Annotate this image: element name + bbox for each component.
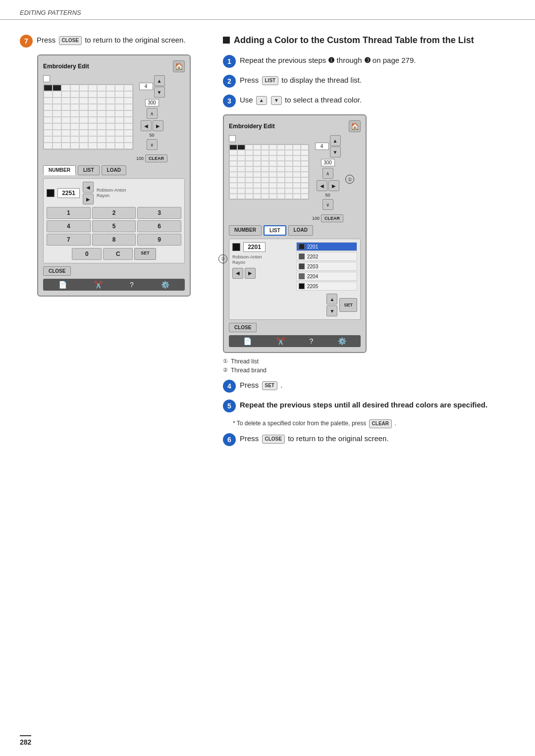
thread-item-2204[interactable]: 2204 — [296, 272, 357, 281]
screen1-close-btn[interactable]: CLOSE — [43, 266, 71, 276]
screen2-list-panel: 2201 2202 2203 — [296, 242, 357, 316]
screen2-right-controls: 4 ▲ ▼ 300 ∧ ◀ ▶ 50 ∨ — [312, 135, 343, 222]
swatch-2203 — [299, 263, 305, 269]
screen2-checkbox[interactable] — [229, 135, 236, 142]
screen1-color-row: 2251 ◀ ▶ Robison-AntonRayon — [47, 182, 181, 204]
numpad-c[interactable]: C — [103, 248, 133, 260]
numpad-4[interactable]: 4 — [47, 220, 91, 232]
step-6-row: 6 Press CLOSE to return to the original … — [223, 433, 515, 446]
numpad-3[interactable]: 3 — [137, 207, 181, 219]
thread-item-2202[interactable]: 2202 — [296, 252, 357, 261]
page-number: 282 — [20, 735, 31, 746]
screen2-tab-number[interactable]: NUMBER — [229, 225, 262, 236]
screen2-val-4: 4 — [315, 143, 329, 150]
callout-area: ① Thread list ② Thread brand — [223, 358, 515, 374]
numpad-7[interactable]: 7 — [47, 234, 91, 246]
screen2-icon-settings[interactable]: ⚙️ — [338, 337, 346, 345]
close-btn-step6[interactable]: CLOSE — [262, 435, 285, 444]
set-btn-step4[interactable]: SET — [262, 381, 277, 390]
screen1-set-btn[interactable]: SET — [134, 248, 156, 260]
tab-load[interactable]: LOAD — [102, 165, 126, 175]
down-btn-step3[interactable]: ▼ — [271, 96, 282, 105]
screen2-tab-list[interactable]: LIST — [264, 225, 286, 236]
screen2-list-entry: 2201 Robison-AntonRayon ② ◀ ▶ — [229, 239, 361, 320]
numpad-6[interactable]: 6 — [137, 220, 181, 232]
heading-square — [223, 37, 230, 44]
step-7-circle: 7 — [20, 35, 33, 48]
swatch-2205 — [299, 283, 305, 289]
screen2-home-btn[interactable]: 🏠 — [349, 120, 361, 132]
thread-num-2202: 2202 — [307, 254, 318, 259]
clear-btn-step5[interactable]: CLEAR — [369, 419, 392, 428]
screen1-val-50: 50 — [150, 133, 155, 138]
section-heading: Adding a Color to the Custom Thread Tabl… — [223, 35, 515, 46]
screen1-down2[interactable]: ∨ — [147, 139, 158, 150]
screen2-right-btn[interactable]: ▶ — [328, 180, 339, 191]
screen2-up-btn[interactable]: ▲ — [330, 135, 341, 146]
thread-num-2203: 2203 — [307, 264, 318, 269]
screen1-down-btn[interactable]: ▼ — [154, 87, 165, 98]
screen1-color-down[interactable]: ▶ — [83, 194, 94, 204]
numpad-1[interactable]: 1 — [47, 207, 91, 219]
numpad-9[interactable]: 9 — [137, 234, 181, 246]
step-7-row: 7 Press CLOSE to return to the original … — [20, 35, 208, 48]
close-button-inline-step7[interactable]: CLOSE — [59, 36, 82, 45]
step-7-press: Press — [37, 36, 55, 44]
screen2-up2[interactable]: ∧ — [322, 168, 333, 179]
screen2-color-swatch — [232, 243, 240, 251]
tab-list[interactable]: LIST — [78, 165, 100, 175]
screen1-clear-btn[interactable]: CLEAR — [145, 154, 167, 162]
screen1-up2[interactable]: ∧ — [147, 108, 158, 119]
annotation-circle-2: ② — [218, 254, 227, 263]
screen2-set-btn[interactable]: SET — [339, 298, 357, 312]
screen1-checkbox[interactable] — [43, 75, 50, 82]
screen2-container: Embroidery Edit 🏠 — [223, 114, 515, 353]
list-down-btn[interactable]: ▼ — [326, 305, 337, 316]
step-5-circle: 5 — [223, 400, 236, 412]
screen2-color-next[interactable]: ▶ — [245, 268, 256, 279]
screen2-icon-doc[interactable]: 📄 — [243, 337, 252, 345]
screen2-val-300: 300 — [321, 159, 335, 166]
tab-number[interactable]: NUMBER — [43, 165, 76, 175]
screen2-color-name: Robison-AntonRayon ② — [232, 254, 293, 265]
screen2-clear-btn[interactable]: CLEAR — [321, 214, 343, 222]
thread-item-2203[interactable]: 2203 — [296, 262, 357, 271]
screen2-icon-sew[interactable]: ✂️ — [276, 337, 285, 345]
screen2-left-btn[interactable]: ◀ — [317, 180, 327, 191]
embroidery-screen-2: Embroidery Edit 🏠 — [223, 114, 367, 353]
numpad-5[interactable]: 5 — [92, 220, 136, 232]
thread-item-2205[interactable]: 2205 — [296, 282, 357, 291]
screen2-color-prev[interactable]: ◀ — [232, 268, 243, 279]
thread-item-2201[interactable]: 2201 — [296, 242, 357, 251]
screen2-val-50: 50 — [325, 193, 330, 198]
screen1-right-btn[interactable]: ▶ — [153, 120, 163, 131]
screen2-bottom-bar: 📄 ✂️ ? ⚙️ — [229, 335, 361, 347]
numpad-0[interactable]: 0 — [72, 248, 102, 260]
screen2-down-btn[interactable]: ▼ — [330, 147, 341, 157]
numpad-8[interactable]: 8 — [92, 234, 136, 246]
screen1-left-btn[interactable]: ◀ — [141, 120, 152, 131]
list-btn-step2[interactable]: LIST — [262, 76, 279, 85]
screen2-down2[interactable]: ∨ — [322, 199, 333, 210]
screen2-icon-help[interactable]: ? — [309, 337, 313, 345]
list-up-btn[interactable]: ▲ — [326, 294, 337, 304]
screen1-home-btn[interactable]: 🏠 — [173, 60, 185, 72]
screen2-tab-load[interactable]: LOAD — [288, 225, 313, 236]
screen2-grid-area: 4 ▲ ▼ 300 ∧ ◀ ▶ 50 ∨ — [229, 135, 361, 222]
screen1-color-up[interactable]: ◀ — [83, 182, 94, 193]
step-5-row: 5 Repeat the previous steps until all de… — [223, 400, 515, 412]
screen1-title-bar: Embroidery Edit 🏠 — [43, 60, 185, 72]
screen1-icon-help[interactable]: ? — [130, 281, 134, 289]
screen1-icon-settings[interactable]: ⚙️ — [161, 281, 169, 289]
callout-1: ① Thread list — [223, 358, 515, 365]
up-btn-step3[interactable]: ▲ — [256, 96, 267, 105]
numpad-2[interactable]: 2 — [92, 207, 136, 219]
screen2-close-btn[interactable]: CLOSE — [229, 323, 257, 332]
screen1-num-display: 2251 — [57, 188, 80, 198]
screen1-up-btn[interactable]: ▲ — [154, 75, 165, 86]
step-2-text: Press LIST to display the thread list. — [240, 75, 515, 85]
screen2-val-100: 100 — [312, 216, 320, 221]
screen1-icon-doc[interactable]: 📄 — [58, 281, 67, 289]
screen1-icon-sew[interactable]: ✂️ — [94, 281, 103, 289]
screen2-color-row: 2201 — [232, 242, 293, 252]
